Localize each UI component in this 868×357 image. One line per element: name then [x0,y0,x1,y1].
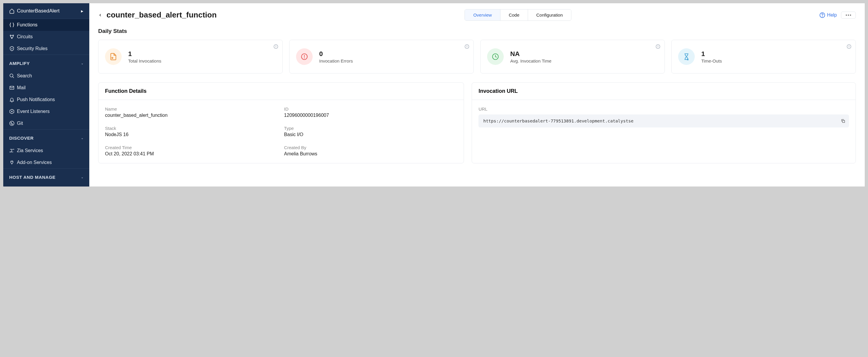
sidebar-item-addon-services[interactable]: Add-on Services [3,157,89,168]
errors-icon [296,48,313,65]
mail-icon [9,85,14,91]
chevron-down-icon: ⌄ [81,136,84,140]
chevron-right-icon: ▶ [81,9,83,13]
sidebar-item-label: Git [17,121,23,126]
section-header-discover[interactable]: DISCOVER ⌄ [3,130,89,145]
stat-value: NA [510,50,552,58]
detail-value: Oct 20, 2022 03:41 PM [105,151,278,157]
sidebar-item-mail[interactable]: Mail [3,82,89,94]
sidebar-item-label: Push Notifications [17,97,55,102]
sidebar-item-circuits[interactable]: Circuits [3,31,89,43]
stat-card-avg-time: NA Avg. Invocation Time [480,40,665,73]
svg-point-15 [848,14,849,16]
title-group: counter_based_alert_function [98,10,217,20]
stat-value: 1 [128,50,161,58]
svg-point-6 [11,111,12,112]
stat-label: Invocation Errors [319,58,353,63]
panels: Function Details Name counter_based_aler… [98,83,856,163]
help-icon [819,12,825,18]
url-label: URL [478,106,849,111]
section-header-host-manage[interactable]: HOST AND MANAGE ⌄ [3,169,89,184]
svg-point-32 [849,45,849,46]
url-box: https://counterbasedalert-779513891.deve… [478,115,849,128]
copy-button[interactable] [841,119,845,123]
info-icon[interactable] [656,44,660,49]
stats-row: 1 Total Invocations 0 Invocation Errors [98,40,856,73]
info-icon[interactable] [465,44,469,49]
header-actions: Help [819,11,856,19]
detail-label: ID [284,106,458,111]
sidebar-item-event-listeners[interactable]: Event Listeners [3,105,89,118]
sidebar-item-label: Zia Services [17,148,43,153]
sidebar-item-search[interactable]: Search [3,70,89,82]
sidebar-item-push-notifications[interactable]: Push Notifications [3,94,89,105]
bell-icon [9,97,14,102]
zia-icon [9,148,14,153]
hourglass-icon [678,48,695,65]
sidebar: CounterBasedAlert ▶ Functions Circuits S… [3,3,89,187]
invocations-icon [105,48,122,65]
git-icon [9,121,14,126]
sidebar-item-label: Search [17,73,32,78]
sidebar-item-label: Functions [17,22,37,28]
chevron-down-icon: ⌄ [81,62,84,65]
panel-title: Invocation URL [472,83,856,100]
detail-value: NodeJS 16 [105,132,278,137]
project-selector[interactable]: CounterBasedAlert ▶ [3,3,89,19]
detail-label: Name [105,106,278,111]
detail-value: 12096000000196007 [284,113,458,118]
daily-stats-title: Daily Stats [98,28,856,34]
help-link[interactable]: Help [819,12,837,18]
stat-card-errors: 0 Invocation Errors [289,40,474,73]
stat-value: 0 [319,50,353,58]
section-title: HOST AND MANAGE [9,175,56,180]
section-header-amplify[interactable]: AMPLIFY ⌄ [3,55,89,70]
details-grid: Name counter_based_alert_function ID 120… [105,106,457,157]
back-button[interactable] [98,13,102,17]
svg-point-1 [13,35,13,36]
svg-point-7 [10,121,14,126]
svg-point-11 [10,152,10,153]
tab-configuration[interactable]: Configuration [528,9,571,21]
search-icon [9,73,14,78]
more-icon [845,14,851,16]
svg-point-9 [12,124,13,124]
chevron-down-icon: ⌄ [81,175,84,179]
info-icon[interactable] [274,44,278,49]
sidebar-item-label: Circuits [17,34,33,39]
detail-label: Stack [105,126,278,131]
detail-label: Created By [284,145,458,150]
page-header: counter_based_alert_function Overview Co… [98,9,856,21]
svg-line-4 [12,76,14,78]
svg-point-28 [658,45,658,46]
function-details-panel: Function Details Name counter_based_aler… [98,83,464,163]
sidebar-item-label: Security Rules [17,46,48,51]
more-menu-button[interactable] [841,11,856,19]
sidebar-item-functions[interactable]: Functions [3,19,89,31]
panel-title: Function Details [98,83,464,100]
url-value: https://counterbasedalert-779513891.deve… [483,119,633,123]
detail-value: Amelia Burrows [284,151,458,157]
svg-point-16 [850,14,851,16]
stat-label: Time-Outs [701,58,722,63]
braces-icon [9,22,14,28]
sidebar-item-zia-services[interactable]: Zia Services [3,145,89,157]
project-name: CounterBasedAlert [17,8,60,14]
main-content: counter_based_alert_function Overview Co… [89,3,865,187]
copy-icon [841,119,845,123]
detail-value: counter_based_alert_function [105,113,278,118]
home-icon [9,8,14,13]
svg-rect-35 [842,120,844,123]
tab-code[interactable]: Code [500,9,528,21]
tab-overview[interactable]: Overview [465,9,500,21]
svg-point-22 [467,45,467,46]
sidebar-item-security-rules[interactable]: Security Rules [3,43,89,55]
svg-point-14 [846,14,847,16]
shield-icon [9,46,14,51]
detail-label: Type [284,126,458,131]
info-icon[interactable] [847,44,851,49]
invocation-url-panel: Invocation URL URL https://counterbaseda… [472,83,856,163]
app-frame: CounterBasedAlert ▶ Functions Circuits S… [3,3,865,187]
sidebar-item-git[interactable]: Git [3,118,89,129]
stat-label: Total Invocations [128,58,161,63]
